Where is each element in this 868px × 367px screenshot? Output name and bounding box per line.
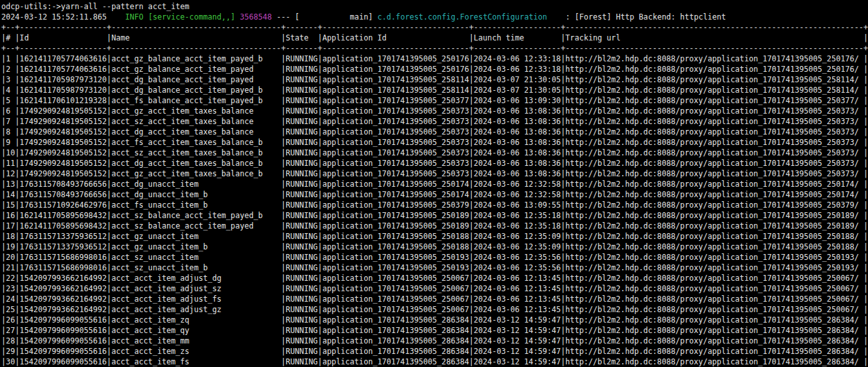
yarn-applications-table: +--+-------------------+----------------… [1, 23, 868, 367]
command-line: odcp-utils:->yarn-all --pattern acct_ite… [1, 2, 189, 11]
log-pid: 3568548 [240, 12, 271, 22]
terminal-screen[interactable]: odcp-utils:->yarn-all --pattern acct_ite… [0, 0, 868, 367]
log-line: 2024-03-12 15:52:11.865 INFO [service-co… [1, 12, 726, 22]
log-thread-block: --- [ main] [277, 12, 373, 22]
log-context: [service-command,,] [148, 12, 236, 22]
log-message: [Forest] Http Backend: httpclient [574, 12, 726, 22]
log-logger: c.d.forest.config.ForestConfiguration [377, 12, 547, 22]
log-timestamp: 2024-03-12 15:52:11.865 [1, 12, 107, 22]
command-text: odcp-utils:->yarn-all --pattern acct_ite… [1, 2, 189, 11]
log-level: INFO [125, 12, 144, 22]
